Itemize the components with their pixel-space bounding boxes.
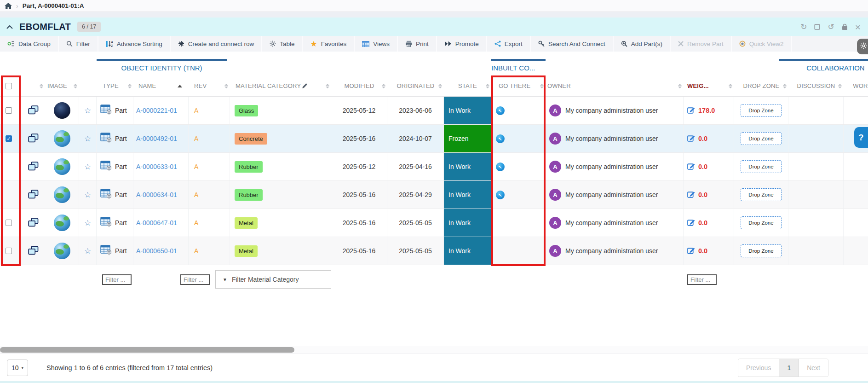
- settings-tab[interactable]: [857, 39, 868, 54]
- toolbar-button-quick-view2: Quick View2: [732, 36, 792, 52]
- row-checkbox[interactable]: [6, 248, 12, 254]
- cell-dropzone: Drop Zone: [734, 237, 788, 265]
- revision-value: A: [194, 247, 198, 255]
- expand-structure-icon[interactable]: [28, 105, 39, 116]
- drop-zone-button[interactable]: Drop Zone: [741, 132, 781, 145]
- edit-weight-icon[interactable]: [687, 219, 696, 227]
- toolbar-button-filter[interactable]: Filter: [59, 36, 98, 52]
- rev-filter-input[interactable]: [180, 274, 210, 285]
- toolbar-button-data-group[interactable]: Data Group: [0, 36, 59, 52]
- favorite-star-icon[interactable]: ☆: [84, 162, 91, 172]
- current-page-button[interactable]: 1: [779, 359, 799, 377]
- close-icon[interactable]: ×: [855, 22, 861, 32]
- go-there-icon[interactable]: ↖: [496, 134, 505, 143]
- edit-weight-icon[interactable]: [687, 106, 696, 115]
- weight-value: 0.0: [698, 191, 707, 198]
- col-header-originated[interactable]: ORIGINATED: [387, 75, 444, 96]
- toolbar-button-label: Quick View2: [749, 41, 784, 47]
- row-checkbox[interactable]: [6, 107, 12, 114]
- select-all-checkbox[interactable]: [6, 83, 12, 89]
- material-filter-dropdown[interactable]: ▼Filter Material Category: [215, 270, 331, 289]
- previous-page-button[interactable]: Previous: [738, 359, 779, 377]
- owner-avatar: A: [549, 133, 561, 145]
- cell-workflow: [844, 209, 868, 237]
- toolbar-button-table[interactable]: Table: [262, 36, 303, 52]
- col-header-dropzone[interactable]: DROP ZONE: [734, 75, 788, 96]
- type-filter-input[interactable]: [102, 274, 132, 285]
- favorite-star-icon[interactable]: ☆: [84, 190, 91, 200]
- row-checkbox[interactable]: ✓: [6, 135, 12, 142]
- maximize-icon[interactable]: [814, 24, 820, 30]
- page-size-select[interactable]: 10 ▾: [7, 360, 28, 376]
- expand-structure-icon[interactable]: [28, 190, 39, 200]
- favorite-star-icon[interactable]: ☆: [84, 246, 91, 256]
- weight-filter-input[interactable]: [687, 274, 717, 285]
- edit-weight-icon[interactable]: [687, 134, 696, 143]
- next-page-button[interactable]: Next: [799, 359, 828, 377]
- go-there-icon[interactable]: ↖: [496, 162, 505, 171]
- toolbar-button-search-and-connect[interactable]: Search And Connect: [531, 36, 614, 52]
- cell-discussion: [788, 97, 844, 124]
- col-header-rev[interactable]: REV: [189, 75, 230, 96]
- expand-structure-icon[interactable]: [28, 162, 39, 172]
- col-header-material[interactable]: MATERIAL CATEGORY: [230, 75, 331, 96]
- col-header-select[interactable]: [0, 75, 21, 96]
- toolbar-button-create-connect-row[interactable]: Create and connect row: [171, 36, 262, 52]
- share-icon: [494, 41, 501, 47]
- toolbar-button-favorites[interactable]: ★Favorites: [303, 36, 355, 52]
- col-header-weight[interactable]: WEIG...: [684, 75, 734, 96]
- edit-weight-icon[interactable]: [687, 162, 696, 171]
- toolbar-button-add-parts[interactable]: Add Part(s): [614, 36, 671, 52]
- col-header-owner[interactable]: OWNER: [546, 75, 684, 96]
- favorite-star-icon[interactable]: ☆: [84, 106, 91, 116]
- expand-structure-icon[interactable]: [28, 218, 39, 228]
- drop-zone-button[interactable]: Drop Zone: [741, 104, 781, 117]
- home-icon[interactable]: [5, 3, 12, 9]
- scrollbar-thumb[interactable]: [0, 347, 294, 353]
- drop-zone-button[interactable]: Drop Zone: [741, 188, 781, 201]
- edit-weight-icon[interactable]: [687, 191, 696, 199]
- part-name-link[interactable]: A-0000633-01: [136, 163, 177, 170]
- drop-zone-button[interactable]: Drop Zone: [741, 160, 781, 173]
- part-name-link[interactable]: A-0000650-01: [136, 247, 177, 255]
- drop-zone-button[interactable]: Drop Zone: [741, 216, 781, 229]
- part-name-link[interactable]: A-0000492-01: [136, 135, 177, 142]
- lock-icon[interactable]: [842, 23, 848, 30]
- col-header-type[interactable]: TYPE: [97, 75, 133, 96]
- toolbar-button-promote[interactable]: Promote: [437, 36, 487, 52]
- go-there-icon[interactable]: ↖: [496, 191, 505, 199]
- part-name-link[interactable]: A-0000647-01: [136, 219, 177, 226]
- cell-image: [45, 97, 79, 124]
- col-header-name[interactable]: NAME: [133, 75, 189, 96]
- col-header-modified[interactable]: MODIFIED: [331, 75, 387, 96]
- edit-weight-icon[interactable]: [687, 247, 696, 255]
- toolbar-button-label: Remove Part: [687, 41, 724, 47]
- gear-icon: [270, 41, 276, 47]
- drop-zone-button[interactable]: Drop Zone: [741, 244, 781, 257]
- expand-structure-icon[interactable]: [28, 246, 39, 256]
- favorite-star-icon[interactable]: ☆: [84, 134, 91, 144]
- refresh-icon[interactable]: ↻: [800, 23, 807, 31]
- pagination: Previous 1 Next: [738, 359, 828, 377]
- col-header-discussion[interactable]: DISCUSSION: [788, 75, 844, 96]
- col-header-expand[interactable]: [21, 75, 45, 96]
- toolbar-button-advance-sorting[interactable]: AZAdvance Sorting: [98, 36, 171, 52]
- part-name-link[interactable]: A-0000221-01: [136, 107, 177, 114]
- expand-structure-icon[interactable]: [28, 133, 39, 144]
- edit-column-icon[interactable]: [302, 83, 308, 89]
- toolbar-button-views[interactable]: Views: [355, 36, 398, 52]
- toolbar-button-print[interactable]: Print: [398, 36, 437, 52]
- col-header-image[interactable]: IMAGE: [45, 75, 79, 96]
- col-header-gothere[interactable]: GO THERE: [491, 75, 546, 96]
- toolbar-button-export[interactable]: Export: [487, 36, 531, 52]
- go-there-icon[interactable]: ↖: [496, 106, 505, 115]
- favorite-star-icon[interactable]: ☆: [84, 218, 91, 228]
- owner-avatar: A: [549, 104, 561, 116]
- help-button[interactable]: ?: [854, 127, 868, 148]
- cell-material: Metal: [230, 209, 331, 237]
- part-name-link[interactable]: A-0000634-01: [136, 191, 177, 198]
- row-checkbox[interactable]: [6, 220, 12, 226]
- col-header-state[interactable]: STATE: [444, 75, 491, 96]
- collapse-chevron-icon[interactable]: [6, 25, 13, 29]
- undo-icon[interactable]: ↺: [828, 23, 834, 31]
